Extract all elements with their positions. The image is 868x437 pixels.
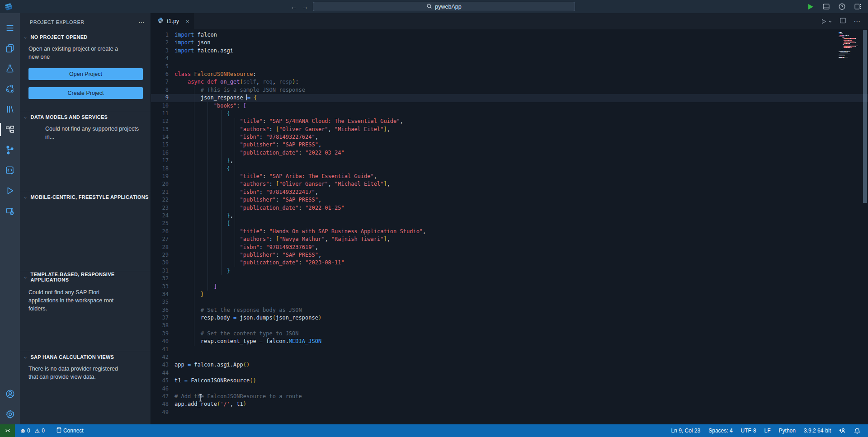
line-number: 30: [151, 259, 175, 267]
section-header-template[interactable]: ⌄ TEMPLATE-BASED, RESPONSIVE APPLICATION…: [20, 271, 151, 283]
code-line[interactable]: 19 "title": "SAP Ariba: The Essential Gu…: [151, 173, 868, 180]
help-icon[interactable]: [838, 3, 846, 10]
code-line[interactable]: 8 # This is a sample JSON response: [151, 86, 868, 94]
indent-guide: [235, 118, 235, 267]
code-line[interactable]: 28 "isbn": "9781493237619",: [151, 244, 868, 251]
code-line[interactable]: 9 json_response = {: [151, 94, 868, 102]
fork-icon[interactable]: [0, 140, 20, 160]
code-line[interactable]: 15 "publisher": "SAP PRESS",: [151, 141, 868, 149]
back-arrow-icon[interactable]: ←: [290, 3, 297, 10]
problems-status[interactable]: ⊗ 0 ⚠ 0: [17, 428, 48, 434]
run-panel-icon[interactable]: [0, 180, 20, 201]
language-status[interactable]: Python: [775, 428, 800, 434]
code-line[interactable]: 14 "isbn": "9781493227624",: [151, 133, 868, 141]
code-line[interactable]: 29 "publisher": "SAP PRESS",: [151, 251, 868, 259]
code-line[interactable]: 22 "publisher": "SAP PRESS",: [151, 196, 868, 204]
feedback-icon[interactable]: [835, 428, 850, 434]
code-line[interactable]: 10 "books": [: [151, 102, 868, 110]
customize-layout-icon[interactable]: [854, 3, 862, 10]
sidebar-more-icon[interactable]: ⋯: [138, 19, 145, 26]
code-line[interactable]: 39 # Set the content type to JSON: [151, 330, 868, 338]
code-line[interactable]: 45t1 = FalconJSONResource(): [151, 377, 868, 385]
editor-scrollbar[interactable]: [863, 30, 867, 203]
minimap[interactable]: [839, 32, 861, 58]
toggle-panel-icon[interactable]: [822, 3, 830, 10]
code-line[interactable]: 36 # Set the response body as JSON: [151, 306, 868, 314]
section-header-no-project[interactable]: ⌄ NO PROJECT OPENED: [20, 31, 151, 43]
code-line[interactable]: 46: [151, 385, 868, 393]
code-line[interactable]: 43app = falcon.asgi.App(): [151, 361, 868, 369]
code-line[interactable]: 38: [151, 322, 868, 329]
interpreter-status[interactable]: 3.9.2 64-bit: [800, 428, 835, 434]
connect-status[interactable]: Connect: [53, 427, 87, 434]
code-line[interactable]: 18 {: [151, 165, 868, 173]
code-line[interactable]: 23 "publication_date": "2022-01-25": [151, 204, 868, 212]
code-line[interactable]: 27 "authors": ["Navya Mathur", "Rajnish …: [151, 235, 868, 243]
code-line[interactable]: 41: [151, 346, 868, 353]
split-editor-icon[interactable]: [840, 17, 846, 26]
code-line[interactable]: 3import falcon.asgi: [151, 47, 868, 55]
code-line[interactable]: 7 async def on_get(self, req, resp):: [151, 78, 868, 86]
data-models-message: Could not find any supported projects in…: [20, 123, 151, 141]
tab-close-icon[interactable]: ×: [186, 18, 189, 25]
forward-arrow-icon[interactable]: →: [302, 3, 308, 10]
section-header-data-models[interactable]: ⌄ DATA MODELS AND SERVICES: [20, 111, 151, 123]
code-line[interactable]: 35: [151, 298, 868, 306]
code-line[interactable]: 20 "authors": ["Oliver Ganser", "Michael…: [151, 180, 868, 188]
line-number: 21: [151, 188, 175, 196]
open-project-button[interactable]: Open Project: [28, 68, 143, 80]
code-line[interactable]: 1import falcon: [151, 31, 868, 39]
connector-icon[interactable]: [0, 201, 20, 221]
run-button[interactable]: [807, 3, 814, 10]
test-flask-icon[interactable]: [0, 58, 20, 79]
remote-indicator[interactable]: [0, 424, 15, 437]
code-check-icon[interactable]: [0, 160, 20, 180]
run-file-icon[interactable]: [820, 18, 832, 25]
code-area[interactable]: 1import falcon2import json3import falcon…: [151, 29, 868, 424]
code-line[interactable]: 34 }: [151, 291, 868, 298]
account-icon[interactable]: [0, 384, 20, 404]
code-line[interactable]: 44: [151, 369, 868, 377]
line-number: 47: [151, 393, 175, 400]
code-line[interactable]: 33 ]: [151, 283, 868, 291]
code-line[interactable]: 2import json: [151, 39, 868, 47]
code-line[interactable]: 40 resp.content_type = falcon.MEDIA_JSON: [151, 338, 868, 345]
code-line[interactable]: 24 },: [151, 212, 868, 220]
code-line[interactable]: 25 {: [151, 220, 868, 227]
projects-icon[interactable]: [0, 38, 20, 58]
code-line[interactable]: 4: [151, 55, 868, 62]
section-header-hana[interactable]: ⌄ SAP HANA CALCULATION VIEWS: [20, 351, 151, 363]
code-line[interactable]: 42: [151, 353, 868, 361]
code-line[interactable]: 21 "isbn": "9781493222417",: [151, 188, 868, 196]
code-line[interactable]: 12 "title": "SAP S/4HANA Cloud: The Esse…: [151, 117, 868, 125]
cursor-position-status[interactable]: Ln 9, Col 23: [667, 428, 704, 434]
hierarchy-icon[interactable]: [0, 119, 20, 140]
code-line[interactable]: 17 },: [151, 157, 868, 164]
indentation-status[interactable]: Spaces: 4: [704, 428, 736, 434]
command-search-box[interactable]: pywebApp: [313, 2, 575, 11]
code-line[interactable]: 30 "publication_date": "2023-08-11": [151, 259, 868, 267]
eol-status[interactable]: LF: [760, 428, 775, 434]
share-network-icon[interactable]: [0, 79, 20, 99]
code-line[interactable]: 16 "publication_date": "2022-03-24": [151, 149, 868, 157]
code-line[interactable]: 13 "authors": ["Oliver Ganser", "Michael…: [151, 126, 868, 133]
code-line[interactable]: 48app.add_route('/', t1): [151, 400, 868, 408]
code-line[interactable]: 31 }: [151, 267, 868, 275]
settings-gear-icon[interactable]: [0, 404, 20, 424]
code-line[interactable]: 37 resp.body = json.dumps(json_response): [151, 314, 868, 322]
code-line[interactable]: 32: [151, 275, 868, 282]
library-icon[interactable]: [0, 99, 20, 119]
code-line[interactable]: 26 "title": "Hands On with SAP Business …: [151, 228, 868, 235]
encoding-status[interactable]: UTF-8: [737, 428, 760, 434]
code-line[interactable]: 49: [151, 409, 868, 416]
menu-icon[interactable]: [0, 18, 20, 38]
create-project-button[interactable]: Create Project: [28, 87, 143, 99]
tab-t1py[interactable]: t1.py ×: [151, 13, 194, 29]
code-line[interactable]: 5: [151, 63, 868, 70]
code-line[interactable]: 47# Add the FalconJSONResource to a rout…: [151, 393, 868, 400]
code-line[interactable]: 6class FalconJSONResource:: [151, 70, 868, 78]
code-line[interactable]: 11 {: [151, 110, 868, 117]
section-header-mobile[interactable]: ⌄ MOBILE-CENTRIC, FREESTYLE APPLICATIONS: [20, 191, 151, 203]
notifications-bell-icon[interactable]: [850, 428, 864, 434]
editor-more-icon[interactable]: ⋯: [854, 17, 861, 25]
